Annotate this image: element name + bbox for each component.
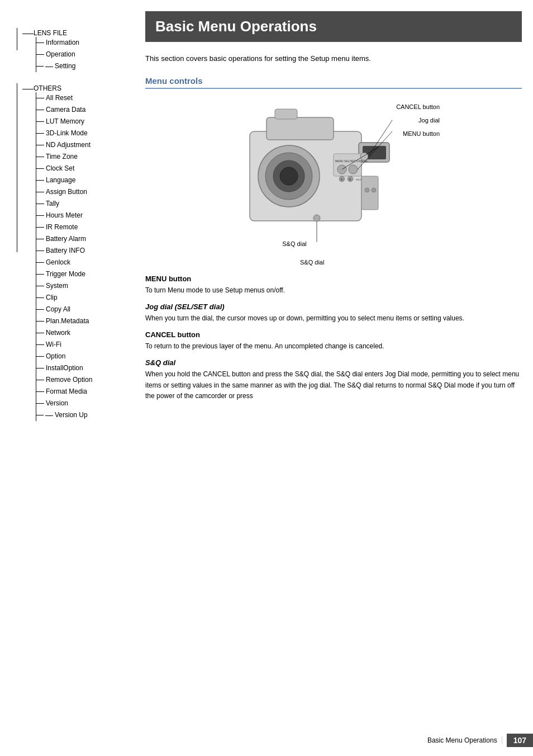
others-label: OTHERS: [34, 83, 92, 92]
others-item: All Reset: [36, 92, 92, 104]
svg-point-21: [372, 188, 376, 192]
sq-dial-heading: S&Q dial: [145, 358, 522, 367]
others-item: 3D-Link Mode: [36, 127, 92, 139]
jog-dial-section: Jog dial (SEL/SET dial) When you turn th…: [145, 303, 522, 324]
others-item: Wi-Fi: [36, 339, 92, 351]
menu-controls-header: Menu controls: [145, 76, 522, 89]
others-item: Battery Alarm: [36, 233, 92, 245]
others-item: Time Zone: [36, 151, 92, 163]
others-item: IR Remote: [36, 221, 92, 233]
sq-dial-desc: When you hold the CANCEL button and pres…: [145, 369, 522, 401]
page-title-bar: Basic Menu Operations: [145, 11, 522, 42]
svg-text:S&Q dial: S&Q dial: [282, 240, 306, 247]
others-item: ND Adjustment: [36, 139, 92, 151]
tree-structure: LENS FILE Information Operation Setting: [17, 17, 129, 421]
svg-rect-8: [334, 154, 361, 176]
others-item: Assign Button: [36, 186, 92, 198]
others-item: InstallOption: [36, 362, 92, 374]
others-item: Network: [36, 327, 92, 339]
cancel-button-section: CANCEL button To return to the previous …: [145, 330, 522, 352]
others-item: Option: [36, 351, 92, 362]
others-item: Clip: [36, 292, 92, 304]
cancel-button-desc: To return to the previous layer of the m…: [145, 341, 522, 352]
lens-operation-item: Operation: [36, 49, 79, 60]
svg-point-11: [349, 165, 358, 174]
others-item: Version: [36, 398, 92, 409]
jog-dial-heading: Jog dial (SEL/SET dial): [145, 303, 522, 311]
others-item: Plan.Metadata: [36, 315, 92, 327]
menu-button-heading: MENU button: [145, 275, 522, 283]
svg-rect-18: [275, 109, 297, 119]
others-item: Copy All: [36, 304, 92, 315]
camera-illustration: MENU SEL/SET CANCEL A B PICTURE PROFILE: [233, 103, 401, 249]
others-item: Battery INFO: [36, 245, 92, 257]
lens-file-label: LENS FILE: [34, 28, 79, 37]
svg-point-27: [313, 215, 320, 221]
others-item: Hours Meter: [36, 210, 92, 221]
others-item: Format Media: [36, 386, 92, 398]
menu-button-section: MENU button To turn Menu mode to use Set…: [145, 275, 522, 296]
lens-info-item: Information: [36, 37, 79, 49]
menu-button-desc: To turn Menu mode to use Setup menus on/…: [145, 285, 522, 296]
menu-button-label: MENU button: [403, 130, 440, 137]
others-item: Tally: [36, 198, 92, 210]
others-items-list: All Reset Camera Data LUT Memory 3D-Link…: [36, 92, 92, 421]
others-item: Genlock: [36, 257, 92, 268]
svg-point-5: [280, 167, 298, 185]
others-item: Language: [36, 174, 92, 186]
page-title: Basic Menu Operations: [155, 18, 512, 35]
left-column: LENS FILE Information Operation Setting: [0, 0, 134, 756]
others-item: Remove Option: [36, 374, 92, 386]
sq-dial-label: S&Q dial: [300, 259, 324, 266]
others-item: System: [36, 280, 92, 292]
svg-rect-19: [361, 176, 378, 210]
right-column: Basic Menu Operations This section cover…: [134, 0, 533, 756]
lens-setting-item: Setting: [36, 60, 79, 72]
others-item: Camera Data: [36, 104, 92, 116]
camera-diagram: CANCEL button Jog dial MENU button: [145, 98, 522, 266]
lens-file-section: LENS FILE Information Operation Setting: [17, 28, 129, 72]
others-item: Trigger Mode: [36, 268, 92, 280]
others-item: LUT Memory: [36, 116, 92, 127]
jog-dial-label: Jog dial: [418, 117, 440, 124]
page-number: 107: [507, 734, 533, 747]
others-item: Version Up: [36, 409, 92, 421]
footer-label: Basic Menu Operations: [427, 736, 502, 744]
svg-rect-1: [266, 117, 334, 140]
svg-point-20: [365, 188, 369, 192]
cancel-button-label: CANCEL button: [396, 103, 440, 110]
sq-dial-section: S&Q dial When you hold the CANCEL button…: [145, 358, 522, 401]
page-footer: Basic Menu Operations 107: [427, 734, 533, 747]
others-section: OTHERS All Reset Camera Data LUT Memory …: [17, 83, 129, 421]
jog-dial-desc: When you turn the dial, the cursor moves…: [145, 313, 522, 324]
cancel-button-heading: CANCEL button: [145, 330, 522, 339]
others-item: Clock Set: [36, 163, 92, 174]
intro-text: This section covers basic operations for…: [145, 53, 522, 65]
menu-controls-heading: Menu controls: [145, 76, 522, 86]
